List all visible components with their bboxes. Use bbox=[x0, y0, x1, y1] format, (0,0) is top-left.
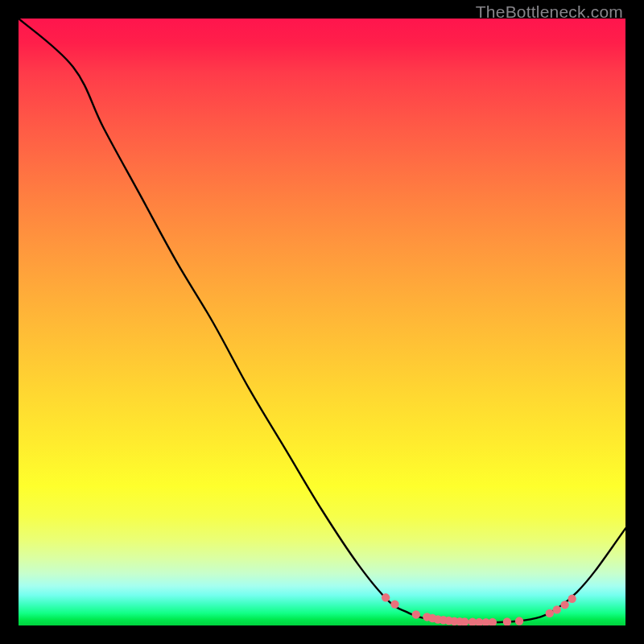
bottleneck-curve bbox=[19, 19, 625, 622]
optimum-marker bbox=[412, 610, 420, 618]
optimum-marker bbox=[390, 600, 398, 608]
optimum-marker bbox=[568, 595, 576, 603]
chart-stage: TheBottleneck.com bbox=[0, 0, 644, 644]
optimum-marker bbox=[515, 617, 523, 625]
optimum-marker bbox=[553, 605, 561, 613]
optimum-marker bbox=[546, 609, 554, 617]
optimum-marker bbox=[382, 593, 390, 601]
optimum-marker bbox=[560, 601, 568, 609]
plot-area bbox=[19, 19, 625, 625]
optimum-marker bbox=[489, 618, 497, 625]
optimum-markers bbox=[382, 593, 576, 625]
chart-svg bbox=[19, 19, 625, 625]
optimum-marker bbox=[503, 617, 511, 625]
